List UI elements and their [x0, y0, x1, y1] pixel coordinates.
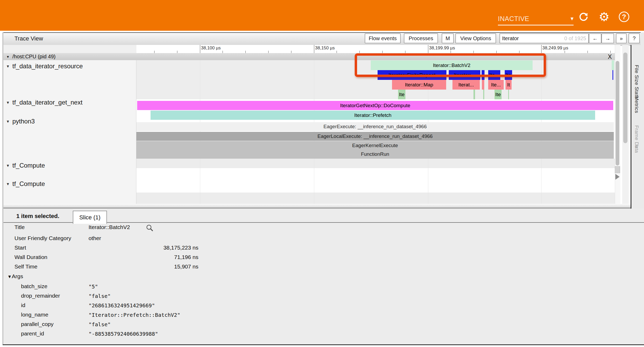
args-section-header[interactable]: ▼Args	[7, 273, 23, 279]
collapse-triangle-icon[interactable]: ▾	[3, 64, 12, 69]
arg-key: batch_size	[21, 283, 47, 289]
ruler-minor-tick	[291, 51, 291, 53]
trace-event[interactable]: EagerLocalExecute: __inference_run_datas…	[136, 132, 614, 141]
arg-value: "-8853857924060639988"	[89, 331, 158, 337]
trace-event[interactable]	[612, 60, 614, 70]
trace-event[interactable]: Iterator:...	[449, 70, 480, 80]
trace-event[interactable]: Ite	[494, 90, 502, 99]
arg-key: parallel_copy	[21, 321, 54, 327]
ruler-tick-label: 38,150 µs	[315, 45, 335, 51]
trace-event[interactable]: It	[506, 80, 512, 90]
refresh-icon[interactable]	[578, 11, 589, 22]
toolbar-button-flow-events[interactable]: Flow events	[365, 33, 401, 43]
trace-event[interactable]: Ite	[398, 90, 405, 99]
capture-status-dropdown[interactable]: INACTIVE ▾	[498, 13, 574, 25]
track-label-python3[interactable]: ▾python3	[3, 117, 136, 126]
trace-event[interactable]: Iterator::FiniteRepeat	[378, 70, 446, 80]
chevron-down-icon: ▾	[570, 15, 574, 22]
track-label-tf-data-iterator-resource[interactable]: ▾tf_data_iterator_resource	[3, 61, 136, 71]
trace-event[interactable]: Ite...	[488, 70, 500, 80]
toolbar-button-processes[interactable]: Processes	[404, 33, 438, 43]
collapse-triangle-icon[interactable]: ▾	[3, 163, 12, 168]
trace-event[interactable]: Iterator::Prefetch	[151, 111, 595, 120]
toolbar-nav-help[interactable]: ?	[628, 33, 640, 43]
trace-event[interactable]: Ite...	[488, 80, 504, 90]
ruler-minor-tick	[565, 51, 565, 53]
resize-grip[interactable]	[615, 166, 620, 173]
ruler-major-tick	[428, 45, 428, 53]
toolbar-button-m[interactable]: M	[442, 33, 454, 43]
args-collapse-icon[interactable]: ▼	[7, 274, 12, 279]
tab-slice[interactable]: Slice (1)	[73, 211, 107, 224]
timeline-ruler[interactable]: 38,100 µs38,150 µs38,199.99 µs38,249.99 …	[136, 45, 615, 53]
trace-event[interactable]: EagerExecute: __inference_run_dataset_49…	[136, 122, 614, 131]
track-label-tf-data-iterator-get-next[interactable]: ▾tf_data_iterator_get_next	[3, 98, 136, 107]
args-header-label: Args	[12, 273, 23, 279]
arg-value: "Iterator::Prefetch::BatchV2"	[89, 312, 180, 318]
arg-key: parent_id	[21, 330, 44, 337]
horizontal-scrollbar[interactable]	[3, 204, 644, 208]
search-input[interactable]: Iterator 0 of 1925	[499, 33, 589, 43]
search-value: Iterator	[502, 35, 519, 42]
detail-field-label: Self Time	[14, 263, 38, 270]
trace-event[interactable]: Iterator::BatchV2	[371, 60, 533, 70]
trace-event[interactable]: Iterator::Map	[392, 80, 446, 90]
tab-slice-label: Slice (1)	[79, 214, 101, 221]
trace-event[interactable]	[483, 90, 484, 99]
detail-field-value: 71,196 ns	[89, 254, 198, 260]
page-title: Trace View	[14, 35, 43, 42]
ruler-minor-tick	[337, 51, 337, 53]
ruler-minor-tick	[519, 51, 519, 53]
trace-event[interactable]	[482, 70, 485, 80]
arg-key: long_name	[21, 312, 48, 318]
gear-glyph: ⚙	[599, 10, 609, 24]
arg-value: "false"	[89, 293, 111, 299]
collapse-triangle-icon[interactable]: ▾	[3, 181, 12, 187]
collapse-triangle-icon[interactable]: ▾	[3, 119, 12, 124]
sidebar-tab-frame-data[interactable]: Frame Data	[634, 125, 640, 153]
trace-event[interactable]	[508, 90, 509, 99]
splitter-arrow-icon[interactable]	[615, 174, 620, 180]
sidebar-tab-ir[interactable]: Ir	[634, 145, 640, 148]
trace-event[interactable]: FunctionRun	[136, 150, 614, 159]
toolbar-nav-next-match[interactable]: →	[601, 33, 614, 43]
trace-event[interactable]	[473, 90, 475, 99]
arg-value: "5"	[89, 283, 98, 290]
close-icon[interactable]: X	[606, 53, 614, 60]
track-label-tf-Compute[interactable]: ▾tf_Compute	[3, 179, 136, 189]
sidebar-tab-metrics[interactable]: Metrics	[634, 96, 640, 113]
toolbar-nav-prev-match[interactable]: ←	[589, 33, 601, 43]
outer-vscrollbar-thumb[interactable]	[623, 53, 627, 143]
track-label-tf-Compute[interactable]: ▾tf_Compute	[3, 161, 136, 170]
trace-event[interactable]: IteratorGetNextOp::DoCompute	[137, 101, 613, 110]
search-result-count: 0 of 1925	[564, 35, 586, 42]
ruler-minor-tick	[245, 51, 246, 53]
inner-vscrollbar-thumb[interactable]	[616, 61, 619, 165]
sidebar-tab-file-size-stats[interactable]: File Size Stats	[634, 65, 640, 99]
timeline-row-stripe	[136, 193, 615, 204]
arg-key: id	[21, 302, 25, 308]
detail-field-value: Iterator::BatchV2	[89, 224, 130, 230]
trace-event[interactable]: Iterat...	[452, 80, 480, 90]
window-left-border	[3, 32, 3, 345]
help-icon[interactable]: ?	[619, 12, 629, 22]
window-bottom-border	[3, 344, 644, 345]
toolbar-button-view-options[interactable]: View Options	[455, 33, 496, 43]
help-glyph: ?	[622, 13, 626, 21]
detail-field-label: User Friendly Category	[14, 235, 71, 241]
track-label-text: tf_Compute	[12, 180, 45, 188]
ruler-minor-tick	[268, 51, 269, 53]
gear-icon[interactable]: ⚙	[598, 10, 610, 24]
process-header-row[interactable]: ▾ /host:CPU (pid 49)	[3, 53, 615, 61]
trace-event[interactable]: Ite	[505, 70, 512, 80]
magnifier-icon[interactable]	[146, 224, 154, 232]
detail-field-value: 15,907 ns	[89, 263, 198, 270]
detail-field-label: Wall Duration	[14, 254, 47, 260]
trace-event[interactable]: EagerKernelExecute	[136, 141, 614, 150]
toolbar-nav-expand[interactable]: »	[616, 33, 627, 43]
arg-value: "2686136324951429669"	[89, 302, 155, 309]
collapse-triangle-icon[interactable]: ▾	[3, 54, 12, 59]
trace-event[interactable]	[612, 70, 613, 80]
collapse-triangle-icon[interactable]: ▾	[3, 100, 12, 105]
trace-event[interactable]	[482, 80, 484, 90]
